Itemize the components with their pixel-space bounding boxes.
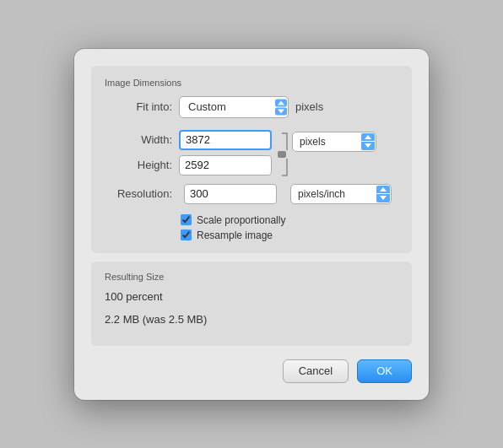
resolution-unit-wrapper[interactable]: pixels/inch (290, 184, 392, 204)
fit-select[interactable]: Custom (179, 96, 289, 118)
height-row: Height: (105, 155, 272, 175)
fit-label: Fit into: (105, 100, 172, 113)
resample-row: Resample image (181, 229, 398, 241)
cancel-button[interactable]: Cancel (283, 359, 349, 383)
svg-rect-0 (278, 151, 286, 158)
scale-row: Scale proportionally (181, 214, 398, 226)
buttons-row: Cancel OK (91, 359, 412, 383)
height-label: Height: (105, 159, 172, 171)
scale-label: Scale proportionally (197, 214, 285, 226)
width-input[interactable] (179, 130, 272, 150)
fit-select-wrapper[interactable]: Custom (179, 96, 289, 118)
right-selects: pixels (292, 132, 376, 152)
left-fields: Width: Height: (105, 130, 272, 175)
resolution-label: Resolution: (105, 187, 172, 200)
height-input[interactable] (179, 155, 272, 175)
width-row: Width: (105, 130, 272, 150)
scale-checkbox[interactable] (181, 214, 192, 225)
resolution-unit-select[interactable]: pixels/inch (290, 184, 392, 204)
pixels-unit-select[interactable]: pixels (292, 132, 376, 152)
lock-bracket-area (275, 132, 289, 177)
resample-label: Resample image (197, 229, 273, 241)
resample-checkbox[interactable] (181, 229, 192, 240)
checkboxes-group: Scale proportionally Resample image (181, 214, 398, 241)
result-size: 2.2 MB (was 2.5 MB) (105, 313, 398, 326)
resulting-size-title: Resulting Size (105, 272, 398, 282)
lock-bracket-svg (275, 132, 289, 177)
fit-unit-label: pixels (295, 100, 323, 113)
resulting-size-section: Resulting Size 100 percent 2.2 MB (was 2… (91, 262, 412, 346)
dimensions-section: Image Dimensions Fit into: Custom pixels (91, 66, 412, 253)
fit-into-row: Fit into: Custom pixels (105, 96, 398, 118)
width-label: Width: (105, 133, 172, 146)
resolution-input[interactable] (184, 184, 277, 204)
image-dimensions-dialog: Image Dimensions Fit into: Custom pixels (74, 49, 429, 400)
resolution-row: Resolution: pixels/inch (105, 184, 398, 204)
result-percent: 100 percent (105, 290, 398, 303)
pixels-select-wrapper[interactable]: pixels (292, 132, 376, 152)
dimensions-fields: Width: Height: (105, 130, 398, 177)
ok-button[interactable]: OK (357, 359, 412, 383)
section-title: Image Dimensions (105, 78, 398, 88)
